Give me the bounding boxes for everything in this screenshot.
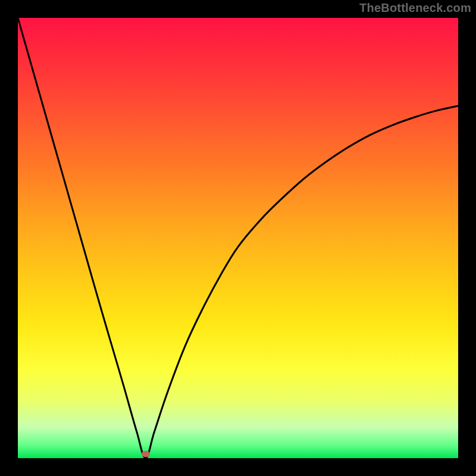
watermark-text: TheBottleneck.com bbox=[359, 1, 471, 15]
plot-area bbox=[18, 18, 458, 458]
chart-frame: TheBottleneck.com bbox=[0, 0, 476, 476]
minimum-marker bbox=[142, 451, 150, 457]
curve-path bbox=[18, 18, 458, 458]
bottleneck-curve bbox=[18, 18, 458, 458]
